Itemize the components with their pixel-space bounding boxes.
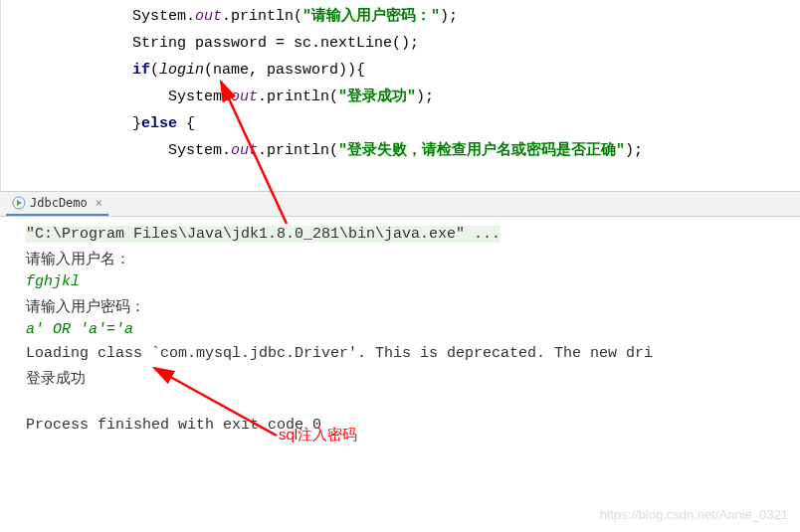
line-number-gutter [1, 0, 19, 191]
console-line-input1: fghjkl [26, 270, 796, 294]
run-tab-jdbcdemo[interactable]: JdbcDemo × [6, 192, 108, 216]
console-line-prompt1: 请输入用户名： [26, 247, 796, 270]
console-line-success: 登录成功 [26, 366, 796, 390]
console-line-prompt2: 请输入用户密码： [26, 294, 796, 318]
console-blank [26, 390, 796, 414]
java-run-icon [12, 196, 26, 210]
code-editor: System.out.println("请输入用户密码："); String p… [0, 0, 800, 191]
watermark: https://blog.csdn.net/Annie_0321 [600, 507, 788, 522]
console-line-exit: Process finished with exit code 0 [26, 414, 796, 438]
svg-marker-1 [17, 200, 22, 206]
console-line-warning: Loading class `com.mysql.jdbc.Driver'. T… [26, 342, 796, 366]
console-output[interactable]: "C:\Program Files\Java\jdk1.8.0_281\bin\… [0, 217, 800, 442]
run-tab-label: JdbcDemo [30, 196, 88, 210]
console-line-input2: a' OR 'a'='a [26, 318, 796, 342]
run-tab-bar: JdbcDemo × [0, 191, 800, 217]
close-icon[interactable]: × [96, 196, 102, 210]
console-line-path: "C:\Program Files\Java\jdk1.8.0_281\bin\… [26, 223, 796, 247]
code-area[interactable]: System.out.println("请输入用户密码："); String p… [19, 0, 800, 191]
